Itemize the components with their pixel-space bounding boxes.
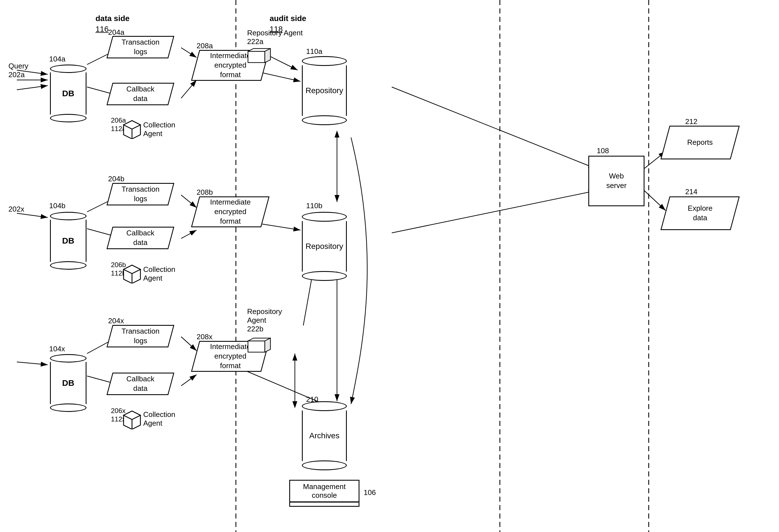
repo-agent-b-label: RepositoryAgent222b bbox=[247, 307, 282, 333]
svg-line-24 bbox=[181, 375, 196, 386]
audit-side-label: audit side bbox=[269, 14, 306, 23]
query-label: Query202a bbox=[8, 62, 28, 79]
data-side-label: data side bbox=[96, 14, 129, 23]
trans-logs-x: Transactionlogs bbox=[107, 325, 174, 347]
svg-line-10 bbox=[17, 362, 48, 365]
data-side-number: 116 bbox=[96, 25, 109, 34]
svg-marker-49 bbox=[265, 338, 271, 352]
svg-line-9 bbox=[17, 213, 48, 217]
trans-logs-a: Transactionlogs bbox=[107, 36, 174, 58]
svg-line-33 bbox=[645, 191, 666, 210]
trans-logs-b: Transactionlogs bbox=[107, 183, 174, 205]
int-enc-a-num: 208a bbox=[196, 42, 213, 50]
svg-line-13 bbox=[181, 48, 196, 58]
callback-b: Callbackdata bbox=[107, 227, 174, 249]
svg-line-8 bbox=[17, 85, 48, 90]
db-x-num-label: 104x bbox=[49, 345, 65, 353]
trans-logs-a-num: 204a bbox=[108, 28, 124, 37]
collection-agent-a-label: CollectionAgent bbox=[143, 121, 175, 138]
cube-x bbox=[121, 407, 143, 430]
archives-cylinder: Archives bbox=[302, 401, 347, 470]
svg-line-14 bbox=[181, 80, 196, 98]
callback-a: Callbackdata bbox=[107, 83, 174, 105]
callback-x: Callbackdata bbox=[107, 373, 174, 395]
repository-a-cylinder: Repository bbox=[302, 56, 347, 125]
int-enc-x-num: 208x bbox=[196, 332, 212, 341]
int-enc-b: Intermediateencryptedformat bbox=[191, 196, 269, 227]
explore-data-box: Exploredata bbox=[660, 196, 740, 230]
diagram: data side 116 audit side 118 Query202a 2… bbox=[0, 0, 779, 532]
svg-line-19 bbox=[181, 230, 196, 239]
db-b-cylinder: DB bbox=[50, 212, 86, 270]
trans-logs-x-num: 204x bbox=[108, 317, 124, 325]
svg-rect-44 bbox=[248, 51, 265, 63]
reports-box: Reports bbox=[660, 126, 740, 159]
repo-b-num: 110b bbox=[306, 201, 322, 210]
repo-a-num: 110a bbox=[306, 47, 322, 56]
svg-rect-47 bbox=[248, 341, 265, 352]
db-a-cylinder: DB bbox=[50, 65, 86, 122]
cube-b bbox=[121, 261, 143, 284]
mgmt-platform bbox=[289, 502, 359, 507]
repo-agent-a-label: Repository Agent222a bbox=[247, 28, 303, 46]
repository-b-cylinder: Repository bbox=[302, 212, 347, 281]
web-server-box: Webserver bbox=[588, 156, 645, 206]
trans-logs-b-num: 204b bbox=[108, 175, 124, 183]
db-b-num-label: 104b bbox=[49, 201, 65, 210]
svg-line-27 bbox=[392, 87, 595, 169]
reports-num: 212 bbox=[685, 117, 697, 126]
repo-agent-b-icon bbox=[247, 337, 272, 357]
explore-num: 214 bbox=[685, 187, 697, 196]
db-x-cylinder: DB bbox=[50, 354, 86, 412]
web-server-num: 108 bbox=[597, 146, 609, 155]
mgmt-num: 106 bbox=[364, 488, 376, 497]
collection-agent-b-label: CollectionAgent bbox=[143, 265, 175, 282]
svg-marker-46 bbox=[265, 49, 271, 63]
svg-line-18 bbox=[181, 195, 196, 208]
svg-line-28 bbox=[392, 191, 595, 233]
repo-agent-a-icon bbox=[247, 47, 272, 68]
collection-agent-x-label: CollectionAgent bbox=[143, 410, 175, 427]
mgmt-console-box: Managementconsole bbox=[289, 480, 359, 502]
query-202x-label: 202x bbox=[8, 205, 24, 213]
cube-a bbox=[121, 117, 143, 140]
db-a-num-label: 104a bbox=[49, 55, 65, 63]
int-enc-b-num: 208b bbox=[196, 188, 213, 197]
svg-line-23 bbox=[181, 337, 196, 351]
